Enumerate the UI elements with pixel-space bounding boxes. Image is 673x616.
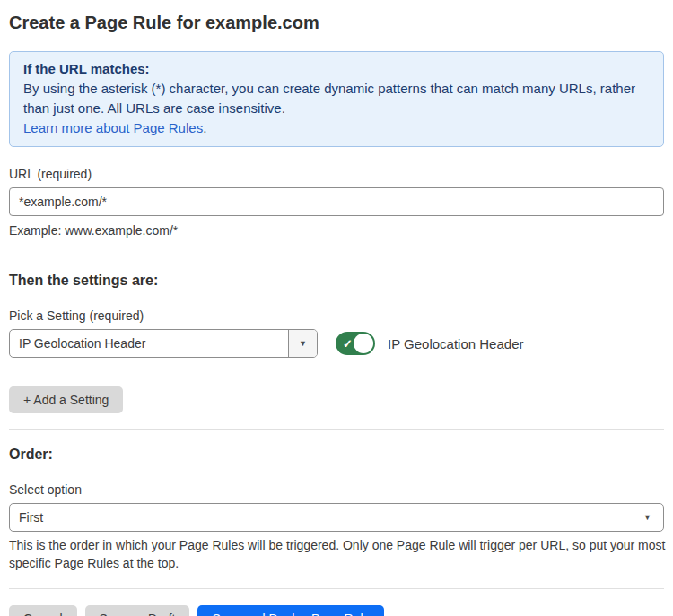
page-title: Create a Page Rule for example.com — [9, 13, 664, 33]
divider — [9, 256, 664, 256]
url-example-text: Example: www.example.com/* — [9, 221, 664, 239]
url-match-info-box: If the URL matches: By using the asteris… — [9, 51, 664, 147]
add-setting-button[interactable]: + Add a Setting — [9, 386, 123, 413]
footer-actions: Cancel Save as Draft Save and Deploy Pag… — [9, 605, 664, 616]
save-deploy-button[interactable]: Save and Deploy Page Rule — [197, 605, 384, 616]
order-helper-text: This is the order in which your Page Rul… — [9, 536, 669, 572]
setting-picker-label: Pick a Setting (required) — [9, 308, 664, 323]
order-select-value: First — [19, 510, 43, 525]
toggle-label: IP Geolocation Header — [388, 336, 524, 351]
chevron-down-icon: ▼ — [299, 340, 307, 348]
toggle-knob — [354, 334, 373, 353]
info-box-link-line: Learn more about Page Rules. — [23, 118, 650, 138]
order-heading: Order: — [9, 447, 664, 463]
info-box-body: By using the asterisk (*) character, you… — [23, 79, 650, 118]
setting-row: IP Geolocation Header ▼ ✓ IP Geolocation… — [9, 329, 664, 358]
link-suffix: . — [203, 120, 206, 135]
setting-picker-dropdown-button[interactable]: ▼ — [288, 330, 317, 357]
chevron-down-icon: ▼ — [643, 514, 651, 522]
cancel-button[interactable]: Cancel — [9, 605, 77, 616]
order-select[interactable]: First ▼ — [9, 503, 664, 532]
url-label: URL (required) — [9, 167, 664, 181]
order-select-label: Select option — [9, 482, 664, 497]
check-icon: ✓ — [343, 338, 353, 350]
save-draft-button[interactable]: Save as Draft — [85, 605, 190, 616]
divider — [9, 429, 664, 430]
ip-geolocation-toggle[interactable]: ✓ — [336, 332, 375, 355]
info-box-heading: If the URL matches: — [23, 59, 650, 79]
setting-picker-value: IP Geolocation Header — [10, 330, 288, 357]
page-rules-link[interactable]: Learn more about Page Rules — [23, 120, 203, 135]
setting-picker[interactable]: IP Geolocation Header ▼ — [9, 329, 318, 358]
divider — [9, 588, 664, 589]
url-input[interactable] — [9, 187, 664, 216]
settings-heading: Then the settings are: — [9, 273, 664, 289]
